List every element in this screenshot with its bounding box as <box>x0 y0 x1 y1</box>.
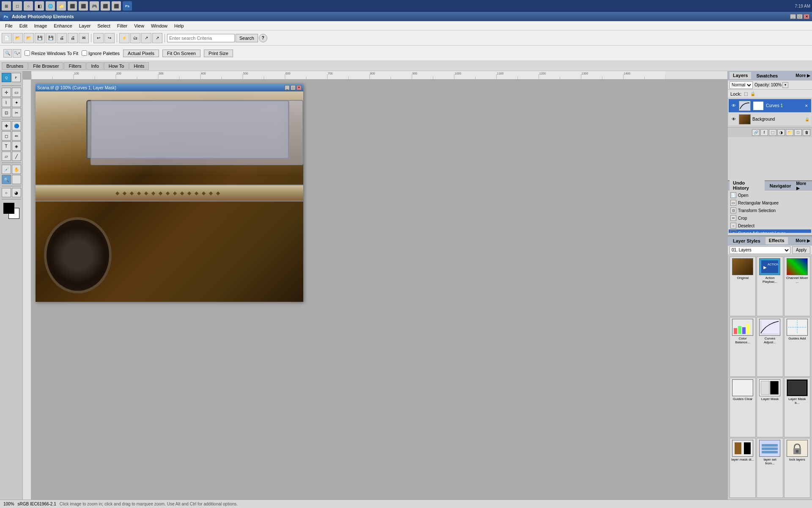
effect-original[interactable]: Original <box>730 257 756 316</box>
help-btn[interactable]: ? <box>259 34 267 42</box>
effect-guides-add[interactable]: Guides Add <box>784 317 810 377</box>
resize-windows-label[interactable]: Resize Windows To Fit <box>25 50 78 56</box>
layer-item-background[interactable]: 👁 Background 🔒 <box>729 113 811 126</box>
effect-layer-mask[interactable]: Layer Mask <box>757 378 783 437</box>
slice-tool[interactable]: ✂ <box>12 108 21 117</box>
zoom-in-btn[interactable]: 🔍+ <box>13 49 21 58</box>
search-input[interactable] <box>167 34 235 42</box>
taskbar-icon-9[interactable]: ⬛ <box>101 1 110 11</box>
open-btn[interactable]: 📂 <box>13 33 23 43</box>
tab-how-to[interactable]: How To <box>104 62 129 70</box>
brush-tool[interactable]: ✏ <box>12 131 21 141</box>
menu-view[interactable]: View <box>131 22 148 29</box>
maximize-btn[interactable]: □ <box>797 14 803 19</box>
print2-btn[interactable]: 🖨 <box>68 33 78 43</box>
tab-navigator[interactable]: Navigator <box>766 182 795 189</box>
history-marquee[interactable]: ▭ Rectangular Marquee <box>729 199 811 207</box>
effect-lock-layers[interactable]: lock layers <box>784 438 810 498</box>
tab-layer-styles[interactable]: Layer Styles <box>730 237 764 244</box>
effect-guides-clear[interactable]: Guides Clear <box>730 378 756 437</box>
effect-layer-mask-b[interactable]: Layer Mask b... <box>784 378 810 437</box>
menu-edit[interactable]: Edit <box>16 22 31 29</box>
full-edit-btn[interactable]: F <box>11 73 21 82</box>
taskbar-icon-3[interactable]: ◧ <box>35 1 44 11</box>
color-swatches[interactable] <box>3 203 19 219</box>
email-btn[interactable]: ✉ <box>79 33 89 43</box>
lock-icon-1[interactable]: ⬚ <box>744 91 748 96</box>
taskbar-icon-5[interactable]: 📁 <box>57 1 66 11</box>
marquee-tool[interactable]: ▭ <box>12 88 21 97</box>
quick-fix-btn[interactable]: Q <box>2 73 11 82</box>
photo-image[interactable]: ◆◆◆◆◆◆◆◆◆◆◆◆◆◆◆ <box>36 91 303 302</box>
enhance-btn[interactable]: ⚡ <box>119 33 129 43</box>
paint-bucket-tool[interactable]: ◈ <box>12 141 21 151</box>
search-button[interactable]: Search <box>236 34 258 42</box>
menu-layer[interactable]: Layer <box>76 22 94 29</box>
dodge-tool[interactable]: ○ <box>2 188 11 197</box>
taskbar-icon-6[interactable]: ⬛ <box>68 1 77 11</box>
tab-info[interactable]: Info <box>86 62 103 70</box>
effect-layer-mask-di[interactable]: layer mask di... <box>730 438 756 498</box>
type-tool[interactable]: T <box>2 141 11 151</box>
eraser-tool[interactable]: ◻ <box>2 131 11 141</box>
taskbar-icon-1[interactable]: □ <box>13 1 22 11</box>
doc-maximize-btn[interactable]: □ <box>291 85 296 90</box>
shape-tool[interactable]: ▱ <box>2 152 11 161</box>
effect-color-balance[interactable]: Color Balance... <box>730 317 756 377</box>
add-style-btn[interactable]: f <box>760 129 768 136</box>
tab-swatches[interactable]: Swatches <box>753 72 781 79</box>
ignore-palettes-label[interactable]: Ignore Palettes <box>82 50 120 56</box>
menu-select[interactable]: Select <box>94 22 114 29</box>
hand-tool[interactable]: ✋ <box>12 165 21 174</box>
menu-help[interactable]: Help <box>171 22 187 29</box>
crop-tool[interactable]: ⊡ <box>2 108 11 117</box>
taskbar-icon-7[interactable]: ⬛ <box>79 1 88 11</box>
effect-curves[interactable]: Curves Adjust... <box>757 317 783 377</box>
history-deselect[interactable]: ○ Deselect <box>729 222 811 229</box>
lasso-tool[interactable]: ⌇ <box>2 98 11 107</box>
delete-curves-btn[interactable]: ✕ <box>804 103 809 109</box>
link-layers-btn[interactable]: 🔗 <box>752 129 760 136</box>
healing-tool[interactable]: ✚ <box>2 121 11 130</box>
zoom-out-btn[interactable]: 🔍 <box>3 49 12 58</box>
save-as-btn[interactable]: 💾 <box>46 33 56 43</box>
blend-mode-select[interactable]: Normal <box>730 81 753 89</box>
history-transform[interactable]: ⊡ Transform Selection <box>729 207 811 214</box>
history-open[interactable]: 📄 Open <box>729 191 811 199</box>
taskbar-icon-10[interactable]: ⬛ <box>112 1 121 11</box>
doc-close-btn[interactable]: ✕ <box>296 85 302 90</box>
foreground-color-swatch[interactable] <box>3 203 14 214</box>
menu-filter[interactable]: Filter <box>114 22 131 29</box>
minimize-btn[interactable]: _ <box>790 14 796 19</box>
redo-btn[interactable]: ↪ <box>104 33 115 43</box>
layer-eye-background[interactable]: 👁 <box>730 116 737 123</box>
layer-item-curves[interactable]: 👁 Curves 1 ✕ <box>729 99 811 113</box>
actual-pixels-btn[interactable]: Actual Pixels <box>123 50 159 57</box>
share-btn[interactable]: ↗ <box>141 33 151 43</box>
magic-wand-tool[interactable]: ✦ <box>12 98 21 107</box>
print-size-btn[interactable]: Print Size <box>204 50 233 57</box>
close-btn[interactable]: ✕ <box>804 14 809 19</box>
undo-btn[interactable]: ↩ <box>93 33 104 43</box>
tab-filters[interactable]: Filters <box>64 62 86 70</box>
organizer-btn[interactable]: 🗂 <box>130 33 140 43</box>
new-adjustment-btn[interactable]: ◑ <box>777 129 785 136</box>
burn-tool[interactable]: ◕ <box>12 188 21 197</box>
taskbar-icon-4[interactable]: 🌐 <box>46 1 55 11</box>
doc-minimize-btn[interactable]: _ <box>285 85 290 90</box>
layer-eye-curves[interactable]: 👁 <box>730 102 737 109</box>
tab-hints[interactable]: Hints <box>129 62 149 70</box>
share2-btn[interactable]: ↗ <box>152 33 162 43</box>
move-tool[interactable]: ✛ <box>2 88 11 97</box>
eyedropper-tool[interactable]: 💉 <box>2 165 11 174</box>
taskbar-icon-8[interactable]: 🎮 <box>90 1 99 11</box>
taskbar-icon-photoshop[interactable]: Ps <box>123 1 132 11</box>
fit-on-screen-btn[interactable]: Fit On Screen <box>162 50 200 57</box>
delete-layer-btn[interactable]: 🗑 <box>803 129 810 136</box>
new-group-btn[interactable]: 📁 <box>786 129 793 136</box>
menu-window[interactable]: Window <box>148 22 171 29</box>
effects-more-btn[interactable]: More ▶ <box>796 238 810 243</box>
tab-file-browser[interactable]: File Browser <box>28 62 63 70</box>
new-file-btn[interactable]: 📄 <box>2 33 12 43</box>
lock-icon-2[interactable]: 🔒 <box>750 91 755 96</box>
